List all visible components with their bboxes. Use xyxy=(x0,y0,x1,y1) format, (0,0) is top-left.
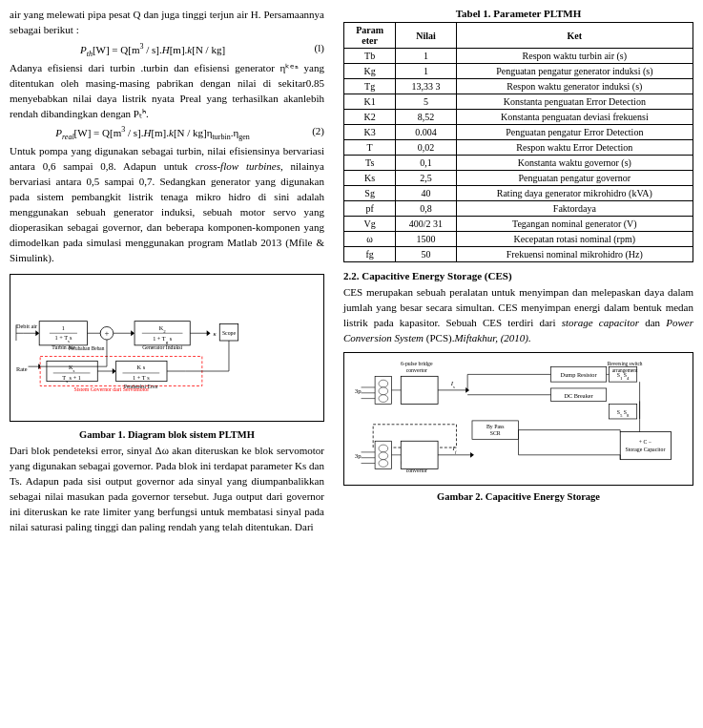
pltmh-diagram: Debit air 1 1 + Tss Turbin Air Perubahan… xyxy=(14,279,320,403)
svg-text:Storage Capacitor: Storage Capacitor xyxy=(626,447,666,452)
left-column: air yang melewati pipa pesat Q dan juga … xyxy=(0,0,334,728)
equation-2: Preal[W] = Q[m3 / s].H[m].k[N / kg]ηturb… xyxy=(10,125,296,141)
svg-point-91 xyxy=(379,459,388,467)
table-ket-cell: Rating daya generator mikrohidro (kVA) xyxy=(456,186,693,201)
equation-1: Pth[W] = Q[m3 / s].H[m].k[N / kg] xyxy=(10,42,296,58)
col-header-ket: Ket xyxy=(456,23,693,49)
svg-text:3p: 3p xyxy=(355,451,362,458)
paragraph-2: Adanya efisiensi dari turbin .turbin dan… xyxy=(10,61,324,122)
table-param-cell: Vg xyxy=(344,217,396,232)
svg-point-90 xyxy=(379,452,388,460)
table-param-cell: ω xyxy=(344,232,396,247)
paragraph-3: Untuk pompa yang digunakan sebagai turbi… xyxy=(10,144,324,266)
table-nilai-cell: 1500 xyxy=(396,232,456,247)
table-param-cell: K3 xyxy=(344,125,396,140)
col-header-nilai: Nilai xyxy=(396,23,456,49)
paragraph-1: air yang melewati pipa pesat Q dan juga … xyxy=(10,8,324,38)
table-param-cell: K1 xyxy=(344,94,396,110)
svg-text:1 + T s: 1 + T s xyxy=(133,374,150,381)
table-ket-cell: Konstanta waktu governor (s) xyxy=(456,156,693,171)
svg-marker-23 xyxy=(207,330,211,336)
table-ket-cell: Tegangan nominal generator (V) xyxy=(456,217,693,232)
table-param-cell: Sg xyxy=(344,186,396,201)
table-param-cell: Kg xyxy=(344,64,396,79)
table-nilai-cell: 0,8 xyxy=(396,201,456,217)
table-ket-cell: Respon waktu generator induksi (s) xyxy=(456,79,693,94)
equation-2-number: (2) xyxy=(296,125,324,141)
table-nilai-cell: 40 xyxy=(396,186,456,201)
table-param-cell: Ts xyxy=(344,156,396,171)
svg-text:DC Breaker: DC Breaker xyxy=(564,391,593,398)
table-nilai-cell: 0,02 xyxy=(396,140,456,156)
table-param-cell: T xyxy=(344,140,396,156)
table-ket-cell: Konstanta penguatan deviasi frekuensi xyxy=(456,110,693,125)
svg-text:By Pass: By Pass xyxy=(486,423,505,428)
svg-point-51 xyxy=(379,380,388,387)
svg-text:convertor: convertor xyxy=(406,367,427,373)
table-nilai-cell: 50 xyxy=(396,247,456,262)
equation-1-number: (l) xyxy=(296,42,324,58)
parameter-table: Parameter Nilai Ket Tb1Respon waktu turb… xyxy=(343,22,693,262)
table-param-cell: pf xyxy=(344,201,396,217)
table-param-cell: K2 xyxy=(344,110,396,125)
svg-text:Pendeteksi Error: Pendeteksi Error xyxy=(124,384,158,389)
table-param-cell: fg xyxy=(344,247,396,262)
table-ket-cell: Respon waktu Error Detection xyxy=(456,140,693,156)
table-nilai-cell: 2,5 xyxy=(396,171,456,186)
table-nilai-cell: 5 xyxy=(396,94,456,110)
svg-rect-58 xyxy=(401,376,438,404)
svg-text:Is: Is xyxy=(450,380,455,389)
table-ket-cell: Respon waktu turbin air (s) xyxy=(456,49,693,64)
svg-text:+ C −: + C − xyxy=(639,439,651,445)
table-nilai-cell: 400/2 31 xyxy=(396,217,456,232)
table-nilai-cell: 0,1 xyxy=(396,156,456,171)
paragraph-ces-1: CES merupakan sebuah peralatan untuk men… xyxy=(343,285,693,346)
svg-text:+: + xyxy=(105,328,110,338)
diagram-block: Debit air 1 1 + Tss Turbin Air Perubahan… xyxy=(10,274,324,422)
svg-marker-4 xyxy=(35,330,39,336)
ces-diagram-container: 6-pulse bridge convertor 3p Is Dump Resi… xyxy=(343,352,693,486)
ces-diagram: 6-pulse bridge convertor 3p Is Dump Resi… xyxy=(347,356,690,480)
parameter-table-container: Tabel 1. Parameter PLTMH Parameter Nilai… xyxy=(343,8,693,262)
table-param-cell: Tg xyxy=(344,79,396,94)
right-column: Tabel 1. Parameter PLTMH Parameter Nilai… xyxy=(334,0,703,728)
table-param-cell: Ks xyxy=(344,171,396,186)
svg-marker-16 xyxy=(131,330,134,336)
svg-text:K s: K s xyxy=(137,364,146,370)
svg-text:κ: κ xyxy=(213,330,217,337)
svg-text:Dump Resistor: Dump Resistor xyxy=(561,371,598,378)
table-nilai-cell: 8,52 xyxy=(396,110,456,125)
ces-diagram-caption: Gambar 2. Capacitive Energy Storage xyxy=(343,491,693,502)
svg-text:SCR: SCR xyxy=(490,430,501,436)
paragraph-4: Dari blok pendeteksi error, sinyal Δω ak… xyxy=(10,444,324,535)
svg-rect-92 xyxy=(401,441,438,468)
svg-text:Perubahan Beban: Perubahan Beban xyxy=(69,345,105,351)
table-ket-cell: Kecepatan rotasi nominal (rpm) xyxy=(456,232,693,247)
table-ket-cell: Penguatan pengatur generator induksi (s) xyxy=(456,64,693,79)
equation-2-block: Preal[W] = Q[m3 / s].H[m].k[N / kg]ηturb… xyxy=(10,125,324,141)
table-ket-cell: Penguatan pengatur Error Detection xyxy=(456,125,693,140)
svg-text:6-pulse bridge: 6-pulse bridge xyxy=(401,360,433,365)
svg-text:Generator Induksi: Generator Induksi xyxy=(142,344,182,350)
svg-marker-95 xyxy=(470,452,474,458)
svg-text:Rate: Rate xyxy=(16,365,28,372)
table-param-cell: Tb xyxy=(344,49,396,64)
svg-text:1: 1 xyxy=(62,324,65,331)
table-nilai-cell: 1 xyxy=(396,49,456,64)
svg-text:Scope: Scope xyxy=(222,330,237,336)
equation-1-block: Pth[W] = Q[m3 / s].H[m].k[N / kg] (l) xyxy=(10,42,324,58)
svg-point-89 xyxy=(379,445,388,452)
svg-point-53 xyxy=(379,394,388,402)
table-title: Tabel 1. Parameter PLTMH xyxy=(343,8,693,19)
table-nilai-cell: 13,33 3 xyxy=(396,79,456,94)
svg-text:arrangement: arrangement xyxy=(612,367,638,373)
col-header-param: Parameter xyxy=(344,23,396,49)
svg-text:Debit air: Debit air xyxy=(16,322,38,329)
table-ket-cell: Penguatan pengatur governor xyxy=(456,171,693,186)
diagram-caption: Gambar 1. Diagram blok sistem PLTMH xyxy=(10,429,324,440)
table-ket-cell: Faktordaya xyxy=(456,201,693,217)
table-ket-cell: Frekuensi nominal mikrohidro (Hz) xyxy=(456,247,693,262)
svg-text:3p: 3p xyxy=(355,387,362,394)
table-ket-cell: Konstanta penguatan Error Detection xyxy=(456,94,693,110)
svg-point-52 xyxy=(379,387,388,395)
